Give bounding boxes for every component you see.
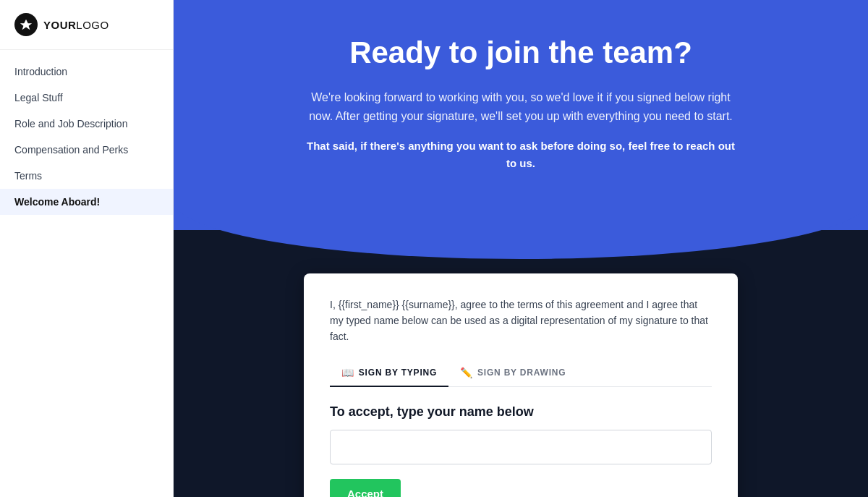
nav-list: Introduction Legal Stuff Role and Job De… [0,50,173,497]
sidebar-item-role-job[interactable]: Role and Job Description [0,111,173,137]
tab-sign-by-typing[interactable]: 📖 SIGN BY TYPING [330,360,448,387]
sidebar-item-terms[interactable]: Terms [0,163,173,189]
sidebar-item-welcome[interactable]: Welcome Aboard! [0,189,173,215]
pen-icon: ✏️ [460,367,473,378]
tab-drawing-label: SIGN BY DRAWING [477,368,566,378]
sidebar-item-introduction[interactable]: Introduction [0,59,173,85]
dark-section: I, {{first_name}} {{surname}}, agree to … [174,230,868,497]
accept-button[interactable]: Accept [330,479,401,497]
book-icon: 📖 [341,367,354,378]
main-content: Ready to join the team? We're looking fo… [174,0,868,497]
hero-subtitle: We're looking forward to working with yo… [304,88,738,125]
sign-tabs: 📖 SIGN BY TYPING ✏️ SIGN BY DRAWING [330,360,712,387]
tab-sign-by-drawing[interactable]: ✏️ SIGN BY DRAWING [448,360,577,387]
svg-marker-0 [20,20,32,30]
logo-area: YOURLOGO [0,0,173,50]
type-name-label: To accept, type your name below [330,404,712,420]
logo-text: YOURLOGO [43,19,109,31]
sidebar-item-compensation[interactable]: Compensation and Perks [0,137,173,163]
sidebar-item-legal-stuff[interactable]: Legal Stuff [0,85,173,111]
signature-card: I, {{first_name}} {{surname}}, agree to … [304,273,738,497]
hero-section: Ready to join the team? We're looking fo… [174,0,868,230]
hero-title: Ready to join the team? [203,35,839,71]
name-input[interactable] [330,430,712,464]
sidebar: YOURLOGO Introduction Legal Stuff Role a… [0,0,174,497]
agreement-text: I, {{first_name}} {{surname}}, agree to … [330,297,712,345]
logo-icon [14,13,38,36]
tab-typing-label: SIGN BY TYPING [359,368,437,378]
hero-cta: That said, if there's anything you want … [304,137,738,172]
